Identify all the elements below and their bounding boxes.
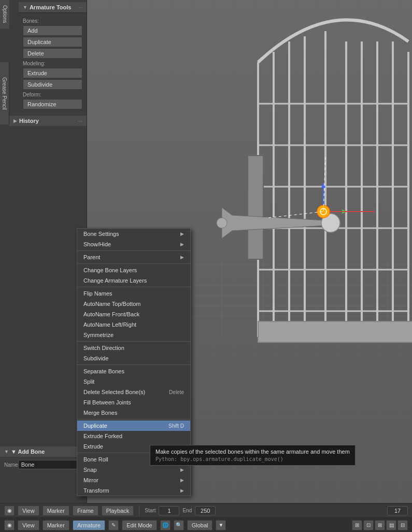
playback-btn[interactable]: Playback	[102, 506, 134, 516]
menu-item-change-armature-layers[interactable]: Change Armature Layers	[77, 275, 190, 286]
menu-item-duplicate-label: Duplicate	[83, 423, 107, 429]
globe-icon: 🌐	[160, 520, 171, 530]
status-bar-top: ◉ View Marker Frame Playback Start End	[0, 503, 412, 517]
view-btn2[interactable]: View	[18, 520, 39, 530]
options-tab[interactable]: Options	[0, 0, 9, 29]
menu-item-delete-bones-shortcut: Delete	[169, 389, 184, 395]
menu-item-flip-names-label: Flip Names	[83, 290, 112, 297]
menu-sep-2	[77, 263, 190, 264]
menu-item-bone-settings-label: Bone Settings	[83, 231, 119, 237]
delete-button[interactable]: Delete	[23, 48, 82, 59]
end-value-input[interactable]	[195, 506, 216, 515]
menu-item-show-hide[interactable]: Show/Hide	[77, 239, 190, 249]
menu-item-switch-direction[interactable]: Switch Direction	[77, 343, 190, 353]
menu-item-autoname-topbottom[interactable]: AutoName Top/Bottom	[77, 299, 190, 309]
icon-right-4[interactable]: ▤	[386, 520, 396, 530]
start-label: Start	[145, 508, 155, 513]
duplicate-button[interactable]: Duplicate	[23, 37, 82, 47]
history-arrow: ▶	[13, 118, 17, 123]
add-bone-header[interactable]: ▼ ▼ Add Bone	[0, 446, 87, 457]
menu-item-flip-names[interactable]: Flip Names	[77, 288, 190, 299]
edit-mode-btn[interactable]: Edit Mode	[122, 520, 157, 530]
menu-item-fill-between-label: Fill Between Joints	[83, 399, 131, 405]
menu-sep-5	[77, 365, 190, 365]
history-content	[9, 126, 87, 230]
add-bone-section: ▼ ▼ Add Bone Name	[0, 446, 87, 474]
armature-tools-arrow: ▼	[23, 5, 27, 10]
menu-item-merge-bones[interactable]: Merge Bones	[77, 408, 190, 418]
sidebar: Options ▼ Armature Tools ··· Bones: Add …	[0, 0, 87, 503]
menu-item-bone-settings[interactable]: Bone Settings	[77, 229, 190, 239]
view-btn[interactable]: View	[18, 506, 39, 516]
icon-right-1[interactable]: ⊞	[352, 520, 362, 530]
status-icon-btn[interactable]: ◉	[4, 506, 15, 516]
menu-sep-1	[77, 250, 190, 251]
menu-item-mirror-label: Mirror	[83, 477, 98, 483]
menu-item-delete-bones[interactable]: Delete Selected Bone(s) Delete	[77, 387, 190, 397]
menu-item-separate-bones[interactable]: Separate Bones	[77, 366, 190, 376]
status-bar-bottom: ◉ View Marker Armature ✎ Edit Mode 🌐 🔍 G…	[0, 517, 412, 532]
menu-item-split[interactable]: Split	[77, 376, 190, 387]
svg-line-45	[268, 212, 323, 218]
frame-btn[interactable]: Frame	[73, 506, 98, 516]
add-bone-content: Name	[0, 457, 87, 474]
menu-item-change-bone-layers-label: Change Bone Layers	[83, 267, 137, 273]
modeling-label: Modeling:	[23, 61, 82, 66]
menu-item-switch-direction-label: Switch Direction	[83, 345, 124, 351]
history-section: ▶ History ···	[9, 116, 87, 230]
history-header[interactable]: ▶ History ···	[9, 116, 87, 126]
svg-point-37	[217, 218, 227, 228]
menu-item-autoname-frontback-label: AutoName Front/Back	[83, 311, 139, 317]
deform-label: Deform:	[23, 92, 82, 97]
menu-item-symmetrize-label: Symmetrize	[83, 332, 113, 338]
extrude-button[interactable]: Extrude	[23, 68, 82, 78]
icon-right-3[interactable]: ⊞	[375, 520, 385, 530]
menu-item-delete-bones-label: Delete Selected Bone(s)	[83, 389, 145, 395]
armature-btn[interactable]: Armature	[73, 520, 105, 530]
menu-item-change-bone-layers[interactable]: Change Bone Layers	[77, 265, 190, 275]
marker-btn[interactable]: Marker	[42, 506, 69, 516]
menu-sep-6	[77, 419, 190, 419]
menu-item-fill-between[interactable]: Fill Between Joints	[77, 397, 190, 408]
menu-item-merge-bones-label: Merge Bones	[83, 410, 117, 416]
global-btn[interactable]: Global	[187, 520, 213, 530]
armature-tools-header[interactable]: ▼ Armature Tools ···	[19, 2, 87, 13]
start-value-input[interactable]	[159, 506, 179, 515]
menu-item-parent[interactable]: Parent	[77, 252, 190, 262]
menu-item-autoname-leftright[interactable]: AutoName Left/Right	[77, 319, 190, 330]
menu-item-split-label: Split	[83, 379, 94, 385]
grease-pencil-tab[interactable]: Grease Pencil	[0, 62, 9, 124]
current-frame-input[interactable]	[387, 506, 408, 515]
menu-item-bone-roll-label: Bone Roll	[83, 456, 108, 463]
menu-item-transform[interactable]: Transform	[77, 485, 190, 496]
subdivide-button[interactable]: Subdivide	[23, 79, 82, 90]
nav-icon: 🔍	[174, 520, 184, 530]
menu-item-autoname-frontback[interactable]: AutoName Front/Back	[77, 309, 190, 319]
menu-item-subdivide[interactable]: Subdivide	[77, 353, 190, 363]
icon-right-2[interactable]: ⊡	[363, 520, 374, 530]
menu-item-separate-bones-label: Separate Bones	[83, 368, 124, 374]
marker-btn2[interactable]: Marker	[42, 520, 69, 530]
mode-icon[interactable]: ✎	[108, 520, 119, 530]
tooltip-python: Python: bpy.ops.armature.duplicate_move(…	[155, 456, 350, 462]
tooltip: Make copies of the selected bones within…	[150, 445, 356, 466]
menu-item-duplicate[interactable]: Duplicate Shift D	[77, 421, 190, 431]
menu-item-extrude-label: Extrude	[83, 443, 103, 450]
grease-pencil-label: Grease Pencil	[2, 77, 7, 110]
options-tab-label: Options	[2, 5, 8, 23]
menu-item-symmetrize[interactable]: Symmetrize	[77, 330, 190, 340]
menu-item-snap[interactable]: Snap	[77, 465, 190, 475]
menu-item-parent-label: Parent	[83, 254, 100, 260]
menu-item-mirror[interactable]: Mirror	[77, 475, 190, 485]
menu-item-extrude-forked[interactable]: Extrude Forked	[77, 431, 190, 441]
menu-item-duplicate-shortcut: Shift D	[168, 423, 184, 429]
add-button[interactable]: Add	[23, 25, 82, 36]
status-icon-btn2[interactable]: ◉	[4, 520, 15, 530]
add-bone-title: ▼ Add Bone	[11, 449, 45, 455]
armature-tools-content: Bones: Add Duplicate Delete Modeling: Ex…	[19, 13, 87, 114]
randomize-button[interactable]: Randomize	[23, 99, 82, 109]
menu-item-subdivide-label: Subdivide	[83, 355, 108, 361]
icon-right-5[interactable]: ⊟	[397, 520, 408, 530]
menu-item-show-hide-label: Show/Hide	[83, 241, 111, 247]
down-arrow-icon[interactable]: ▼	[216, 520, 226, 530]
